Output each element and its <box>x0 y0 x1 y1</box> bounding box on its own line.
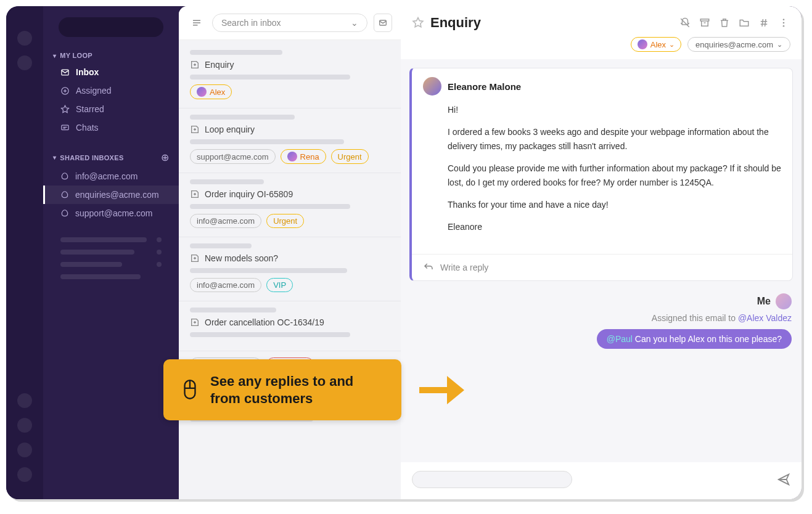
compose-button[interactable] <box>374 14 392 32</box>
archive-icon <box>699 17 710 28</box>
thread-icon <box>190 124 200 134</box>
composer-input[interactable] <box>412 471 572 488</box>
thread-title: New models soon? <box>205 253 278 263</box>
more-icon <box>778 17 789 28</box>
detail-pane: Enquiry Alex⌄ enquiries@acme.com⌄ Eleano… <box>401 6 802 499</box>
menu-icon <box>191 17 202 28</box>
detail-header: Enquiry <box>401 6 802 37</box>
thread-title: Order inquiry OI-65809 <box>205 189 293 199</box>
inbox-pill[interactable]: support@acme.com <box>190 149 276 164</box>
thread-icon <box>190 189 200 199</box>
tag-pill[interactable]: Urgent <box>266 214 304 228</box>
header-actions <box>678 16 790 30</box>
list-header: Search in inbox ⌄ <box>179 6 401 40</box>
sidebar-placeholder <box>43 246 179 258</box>
assigned-icon <box>60 86 70 96</box>
tag-pill[interactable]: Urgent <box>331 149 369 164</box>
nav-label: Chats <box>76 123 99 133</box>
thread-title: Enquiry <box>205 60 234 70</box>
chevron-down-icon: ▾ <box>53 52 56 59</box>
message-body: Hi! I ordered a few books 3 weeks ago an… <box>412 98 792 254</box>
inbox-pill[interactable]: info@acme.com <box>190 214 261 228</box>
thread-item[interactable]: Order cancellation OC-1634/19 <box>179 301 401 351</box>
workspace-logo[interactable] <box>59 17 163 37</box>
avatar <box>197 87 207 97</box>
avatar <box>776 293 792 309</box>
shared-inbox-icon <box>60 209 69 218</box>
assignee-pill[interactable]: Rena <box>281 149 326 164</box>
tag-button[interactable] <box>757 16 771 30</box>
search-placeholder: Search in inbox <box>221 18 281 28</box>
thread-item[interactable]: Order inquiry OI-65809 info@acme.com Urg… <box>179 173 401 237</box>
shared-inbox-icon <box>60 172 69 181</box>
more-button[interactable] <box>777 16 790 30</box>
message-card: Eleanore Malone Hi! I ordered a few book… <box>409 68 793 281</box>
svg-rect-4 <box>700 19 709 21</box>
move-button[interactable] <box>737 16 751 30</box>
reply-input[interactable]: Write a reply <box>412 254 792 280</box>
chevron-down-icon: ⌄ <box>669 41 675 49</box>
sidebar-placeholder <box>43 258 179 271</box>
search-input[interactable]: Search in inbox ⌄ <box>212 14 367 32</box>
sidebar-item-support[interactable]: support@acme.com <box>43 204 179 222</box>
thread-icon <box>190 60 200 70</box>
inbox-icon <box>60 68 70 77</box>
chevron-down-icon: ▾ <box>53 154 56 161</box>
inbox-pill[interactable]: info@acme.com <box>190 278 261 292</box>
thread-item[interactable]: Loop enquiry support@acme.com Rena Urgen… <box>179 108 401 173</box>
nav-label: Assigned <box>76 86 112 96</box>
detail-subheader: Alex⌄ enquiries@acme.com⌄ <box>401 37 802 59</box>
inbox-dropdown[interactable]: enquiries@acme.com⌄ <box>687 37 790 52</box>
add-inbox-button[interactable]: ⊕ <box>161 152 169 163</box>
callout-box: See any replies to and from customers <box>163 359 401 420</box>
sidebar-item-inbox[interactable]: Inbox <box>43 63 179 81</box>
nav-rail-item[interactable] <box>17 55 32 70</box>
sidebar-item-starred[interactable]: Starred <box>43 100 179 118</box>
chevron-down-icon: ⌄ <box>351 18 358 28</box>
activity-author: Me <box>757 296 771 307</box>
arrow-right-icon <box>416 369 465 412</box>
nav-rail-item[interactable] <box>17 467 32 482</box>
sidebar-item-assigned[interactable]: Assigned <box>43 81 179 100</box>
archive-button[interactable] <box>698 16 712 30</box>
mention-link[interactable]: @Alex Valdez <box>738 313 792 323</box>
mute-icon <box>679 17 691 28</box>
avatar <box>638 39 647 49</box>
thread-item[interactable]: Enquiry Alex <box>179 44 401 108</box>
section-my-loop[interactable]: ▾ MY LOOP <box>43 48 179 63</box>
sidebar-item-chats[interactable]: Chats <box>43 118 179 137</box>
sidebar-item-enquiries[interactable]: enquiries@acme.com <box>43 186 179 204</box>
activity-text: Assigned this email to @Alex Valdez <box>652 313 792 323</box>
star-icon <box>60 105 70 114</box>
mouse-icon <box>182 379 198 401</box>
svg-point-7 <box>783 25 785 27</box>
mute-button[interactable] <box>678 16 692 30</box>
send-button[interactable] <box>777 473 790 486</box>
conversation-title: Enquiry <box>430 15 481 31</box>
thread-list-body[interactable]: Enquiry Alex Loop enquiry support@acme.c… <box>179 40 401 499</box>
sidebar-item-info[interactable]: info@acme.com <box>43 167 179 186</box>
reply-icon <box>423 262 434 273</box>
star-icon[interactable] <box>412 17 424 29</box>
nav-rail-item[interactable] <box>17 443 32 457</box>
nav-label: support@acme.com <box>75 208 152 218</box>
callout-overlay: See any replies to and from customers <box>163 359 465 420</box>
shared-inbox-icon <box>60 190 69 199</box>
compose-icon <box>378 18 388 28</box>
folder-icon <box>739 17 750 28</box>
trash-icon <box>719 17 730 28</box>
mention-link[interactable]: @Paul <box>607 334 633 344</box>
tag-pill[interactable]: VIP <box>266 278 293 292</box>
nav-rail-item[interactable] <box>17 31 32 46</box>
send-icon <box>777 473 790 486</box>
activity-block: Me Assigned this email to @Alex Valdez @… <box>409 293 793 349</box>
assignee-pill[interactable]: Alex <box>190 84 232 99</box>
nav-rail-item[interactable] <box>17 418 32 433</box>
section-shared-inboxes[interactable]: ▾ SHARED INBOXES ⊕ <box>43 148 179 167</box>
thread-item[interactable]: New models soon? info@acme.com VIP <box>179 237 401 301</box>
thread-title: Order cancellation OC-1634/19 <box>205 317 324 327</box>
nav-rail-item[interactable] <box>17 393 32 408</box>
menu-button[interactable] <box>187 14 206 32</box>
delete-button[interactable] <box>718 16 731 30</box>
assignee-dropdown[interactable]: Alex⌄ <box>631 37 681 52</box>
